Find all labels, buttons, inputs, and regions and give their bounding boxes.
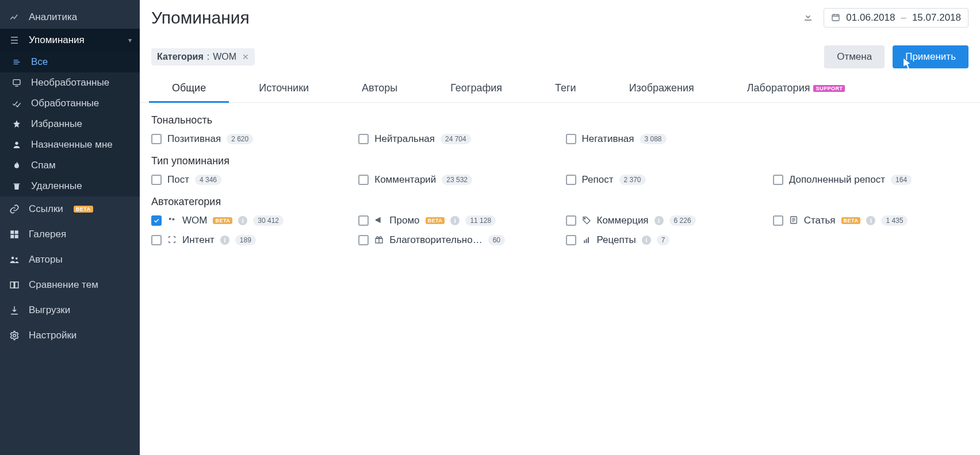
- checkbox[interactable]: [151, 134, 162, 144]
- svg-rect-3: [15, 230, 18, 234]
- svg-point-10: [13, 334, 16, 337]
- opt-intent[interactable]: Интент i 189: [151, 234, 347, 246]
- date-from: 01.06.2018: [846, 12, 895, 24]
- tab-sources[interactable]: Источники: [248, 74, 319, 102]
- opt-positive[interactable]: Позитивная 2 620: [151, 133, 347, 145]
- cancel-button[interactable]: Отмена: [824, 45, 885, 68]
- chip-value: WOM: [213, 52, 236, 62]
- info-icon[interactable]: i: [238, 216, 247, 225]
- checkbox[interactable]: [566, 175, 576, 185]
- info-icon[interactable]: i: [220, 236, 229, 245]
- checkbox[interactable]: [151, 215, 162, 226]
- person-icon: [10, 140, 23, 149]
- count-badge: 1 435: [881, 215, 908, 226]
- count-badge: 2 620: [227, 134, 253, 144]
- sidebar-item-links[interactable]: Ссылки BETA: [0, 196, 140, 222]
- sidebar-item-compare[interactable]: Сравнение тем: [0, 272, 140, 298]
- section-tonality: Тональность Позитивная 2 620 Нейтральная…: [151, 114, 968, 145]
- sidebar-item-mentions[interactable]: Упоминания ▾: [0, 29, 140, 52]
- analytics-icon: [8, 12, 21, 22]
- tabs: Общие Источники Авторы География Теги Из…: [140, 74, 980, 103]
- opt-negative[interactable]: Негативная 3 088: [566, 133, 761, 145]
- sidebar-item-settings[interactable]: Настройки: [0, 323, 140, 348]
- checkbox[interactable]: [358, 235, 369, 245]
- opt-article[interactable]: Статья BETA i 1 435: [773, 215, 968, 226]
- sidebar-sub-deleted[interactable]: Удаленные: [0, 176, 140, 196]
- sidebar-item-authors[interactable]: Авторы: [0, 247, 140, 272]
- beta-badge: BETA: [841, 217, 861, 224]
- download-icon: [8, 305, 21, 315]
- opt-commerce[interactable]: Коммерция i 6 226: [566, 215, 761, 226]
- sidebar-sub-label: Избранные: [31, 118, 82, 130]
- section-autocategory: Автокатегория WOM BETA i 30 412: [151, 196, 968, 246]
- tab-images[interactable]: Изображения: [619, 74, 705, 102]
- chip-label: Категория: [157, 52, 204, 62]
- svg-rect-11: [832, 14, 839, 21]
- filter-chip-category[interactable]: Категория: WOM ✕: [151, 48, 255, 65]
- info-icon[interactable]: i: [866, 216, 875, 225]
- info-icon[interactable]: i: [654, 216, 664, 225]
- date-separator: –: [901, 12, 906, 24]
- checkbox[interactable]: [773, 215, 783, 226]
- focus-icon: [167, 235, 177, 246]
- opt-recipes[interactable]: Рецепты i 7: [566, 234, 761, 246]
- count-badge: 164: [891, 175, 912, 185]
- checkbox[interactable]: [151, 235, 162, 245]
- checkbox[interactable]: [358, 134, 369, 144]
- opt-charity[interactable]: Благотворительно… 60: [358, 234, 554, 246]
- sidebar-sub-unprocessed[interactable]: Необработанные: [0, 72, 140, 93]
- tab-authors[interactable]: Авторы: [351, 74, 408, 102]
- sidebar-sub-spam[interactable]: Спам: [0, 155, 140, 176]
- opt-post[interactable]: Пост 4 346: [151, 174, 347, 186]
- tab-geo[interactable]: География: [440, 74, 512, 102]
- sidebar-subitems: Все Необработанные Обработанные Избранны…: [0, 52, 140, 196]
- svg-rect-0: [13, 80, 20, 85]
- sidebar-item-gallery[interactable]: Галерея: [0, 222, 140, 247]
- monitor-icon: [10, 78, 23, 87]
- checkbox[interactable]: [358, 175, 369, 185]
- sidebar-item-export[interactable]: Выгрузки: [0, 298, 140, 323]
- checkbox[interactable]: [566, 235, 576, 245]
- opt-repost[interactable]: Репост 2 370: [566, 174, 761, 186]
- opt-ext-repost[interactable]: Дополненный репост 164: [773, 174, 968, 186]
- tab-tags[interactable]: Теги: [545, 74, 587, 102]
- svg-rect-17: [585, 238, 587, 242]
- sidebar-item-label: Галерея: [29, 229, 66, 240]
- gift-icon: [374, 235, 384, 246]
- sidebar-sub-assigned[interactable]: Назначенные мне: [0, 134, 140, 155]
- opt-promo[interactable]: Промо BETA i 11 128: [358, 215, 554, 226]
- sidebar-item-label: Настройки: [29, 330, 76, 341]
- checkbox[interactable]: [358, 215, 369, 226]
- chip-remove-icon[interactable]: ✕: [242, 52, 249, 61]
- beta-badge: BETA: [74, 206, 93, 213]
- checkbox[interactable]: [566, 215, 576, 226]
- checkbox[interactable]: [151, 175, 162, 185]
- date-range-picker[interactable]: 01.06.2018 – 15.07.2018: [824, 8, 968, 28]
- sidebar-sub-all[interactable]: Все: [0, 52, 140, 72]
- apply-button[interactable]: Применить: [893, 45, 968, 68]
- opt-neutral[interactable]: Нейтральная 24 704: [358, 133, 554, 145]
- sidebar-sub-label: Необработанные: [31, 77, 109, 88]
- info-icon[interactable]: i: [450, 216, 460, 225]
- sidebar-sub-processed[interactable]: Обработанные: [0, 93, 140, 114]
- opt-comment[interactable]: Комментарий 23 532: [358, 174, 554, 186]
- opt-wom[interactable]: WOM BETA i 30 412: [151, 215, 347, 226]
- checkbox[interactable]: [566, 134, 576, 144]
- svg-point-7: [16, 257, 18, 260]
- sidebar-sub-label: Все: [31, 56, 48, 68]
- sidebar-sub-fav[interactable]: Избранные: [0, 114, 140, 134]
- info-icon[interactable]: i: [642, 236, 651, 245]
- download-button[interactable]: [801, 9, 816, 27]
- count-badge: 6 226: [669, 215, 696, 226]
- grid-icon: [8, 229, 21, 240]
- gear-icon: [8, 330, 21, 341]
- sidebar-sub-label: Удаленные: [31, 180, 82, 192]
- checkbox[interactable]: [773, 175, 783, 185]
- megaphone-icon: [374, 215, 384, 226]
- tab-lab[interactable]: Лаборатория SUPPORT: [737, 74, 856, 102]
- sidebar-item-analytics[interactable]: Аналитика: [0, 6, 140, 29]
- link-icon: [8, 204, 21, 214]
- tab-general[interactable]: Общие: [162, 74, 216, 102]
- filter-row: Категория: WOM ✕ Отмена Применить: [140, 40, 980, 74]
- count-badge: 23 532: [442, 175, 472, 185]
